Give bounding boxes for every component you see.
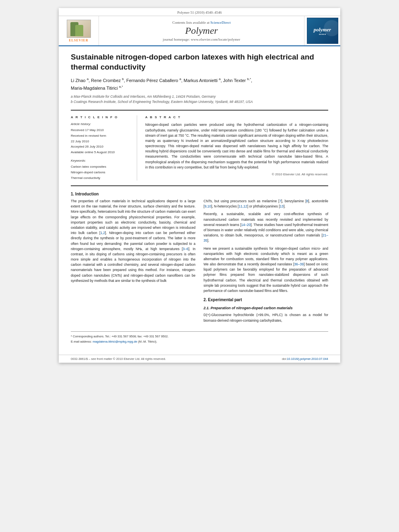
content-area: Sustainable nitrogen-doped carbon latexe… bbox=[59, 46, 340, 351]
footer-bar: 0032-3861/$ – see front matter © 2010 El… bbox=[59, 355, 340, 363]
doi-link[interactable]: 10.1016/j.polymer.2010.07.044 bbox=[287, 357, 328, 361]
body-para-1: The properties of carbon materials in te… bbox=[71, 199, 195, 283]
received-revised-date: 22 July 2010 bbox=[71, 139, 131, 144]
journal-title: Polymer bbox=[185, 25, 218, 36]
divider-thick bbox=[71, 110, 328, 111]
elsevier-graphic bbox=[67, 20, 91, 38]
journal-homepage: journal homepage: www.elsevier.com/locat… bbox=[163, 37, 240, 41]
section2-heading: 2. Experimental part bbox=[204, 297, 328, 303]
sciencedirect-anchor[interactable]: ScienceDirect bbox=[210, 21, 230, 25]
ref-8[interactable]: 14–20 bbox=[241, 223, 251, 227]
body-two-col: The properties of carbon materials in te… bbox=[71, 199, 328, 326]
body-para-4: Here we present a sustainable synthesis … bbox=[204, 246, 328, 294]
ref-6[interactable]: 11,12 bbox=[239, 204, 247, 208]
accepted-date: Accepted 26 July 2010 bbox=[71, 144, 131, 150]
elsevier-logo: ELSEVIER bbox=[67, 20, 91, 42]
article-title: Sustainable nitrogen-doped carbon latexe… bbox=[71, 52, 328, 72]
article-info-label: A R T I C L E I N F O bbox=[71, 115, 131, 119]
keyword-2: Nitrogen-doped carbons bbox=[71, 170, 131, 175]
footnotes: * Corresponding authors. Tel.: +49 331 5… bbox=[71, 331, 328, 344]
header-top: Polymer 51 (2010) 4540–4546 bbox=[59, 8, 340, 16]
elsevier-logo-container: ELSEVIER bbox=[59, 16, 99, 45]
page: Polymer 51 (2010) 4540–4546 ELSEVIER Con… bbox=[59, 8, 340, 363]
sciencedirect-link: Contents lists available at ScienceDirec… bbox=[173, 21, 231, 25]
abstract-column: A B S T R A C T Nitrogen-doped carbon pa… bbox=[145, 115, 328, 181]
body-col-1: The properties of carbon materials in te… bbox=[71, 199, 195, 326]
polymer-logo-container: polymer ●●●●● bbox=[304, 16, 340, 45]
ref-1[interactable]: 1,2 bbox=[100, 231, 105, 235]
affiliation-a: a Max-Planck Institute for Colloids and … bbox=[71, 94, 328, 99]
email-link[interactable]: magdalena.titirici@mpikg.mpg.de bbox=[93, 340, 137, 343]
body-para-5: D(+)-Glucosamine hydrochloride (>99.0%, … bbox=[204, 312, 328, 323]
divider-body bbox=[71, 185, 328, 186]
body-para-2: CNTs, but using precursors such as melam… bbox=[204, 199, 328, 209]
abstract-label: A B S T R A C T bbox=[145, 115, 328, 119]
footer-issn: 0032-3861/$ – see front matter © 2010 El… bbox=[71, 357, 166, 361]
received-revised-label: Received in revised form bbox=[71, 133, 131, 139]
polymer-logo: polymer ●●●●● bbox=[307, 18, 338, 44]
footnote-corresponding: * Corresponding authors. Tel.: +49 331 5… bbox=[71, 334, 328, 339]
journal-ref: Polymer 51 (2010) 4540–4546 bbox=[177, 10, 222, 14]
history-label: Article history: bbox=[71, 122, 131, 126]
ref-4[interactable]: 8 bbox=[306, 199, 309, 203]
footnote-email: E-mail address: magdalena.titirici@mpikg… bbox=[71, 339, 328, 344]
received-date: Received 17 May 2010 bbox=[71, 127, 131, 133]
ref-5[interactable]: 9,10 bbox=[204, 204, 211, 208]
ref-2[interactable]: 3–6 bbox=[183, 247, 188, 251]
affiliations: a Max-Planck Institute for Colloids and … bbox=[71, 94, 328, 105]
article-info-abstract: A R T I C L E I N F O Article history: R… bbox=[71, 115, 328, 181]
body-content: 1. Introduction The properties of carbon… bbox=[71, 192, 328, 326]
elsevier-name: ELSEVIER bbox=[69, 39, 88, 42]
ref-9[interactable]: 21–35 bbox=[204, 233, 328, 242]
body-para-3: Recently, a sustainable, scalable and ve… bbox=[204, 212, 328, 243]
article-info-column: A R T I C L E I N F O Article history: R… bbox=[71, 115, 137, 181]
abstract-text: Nitrogen-doped carbon particles were pro… bbox=[145, 122, 328, 170]
authors: Li Zhao a, Rene Crombez b, Fernando Pére… bbox=[71, 77, 328, 92]
header-center: Contents lists available at ScienceDirec… bbox=[99, 16, 304, 45]
keywords-label: Keywords: bbox=[71, 159, 131, 162]
ref-10[interactable]: 36–39 bbox=[294, 262, 304, 266]
body-col-2: CNTs, but using precursors such as melam… bbox=[204, 199, 328, 326]
section2-1-heading: 2.1. Preparation of nitrogen-doped carbo… bbox=[204, 306, 328, 311]
keyword-1: Carbon latex composites bbox=[71, 164, 131, 170]
affiliation-b: b Coatings Research Institute, School of… bbox=[71, 99, 328, 105]
ref-3[interactable]: 7 bbox=[279, 199, 281, 203]
header-band: ELSEVIER Contents lists available at Sci… bbox=[59, 16, 340, 46]
available-date: Available online 5 August 2010 bbox=[71, 150, 131, 155]
ref-7[interactable]: 13 bbox=[280, 204, 284, 208]
footer-doi: doi:10.1016/j.polymer.2010.07.044 bbox=[282, 357, 328, 361]
section1-heading: 1. Introduction bbox=[71, 192, 328, 196]
copyright: © 2010 Elsevier Ltd. All rights reserved… bbox=[145, 173, 328, 176]
keyword-3: Thermal conductivity bbox=[71, 175, 131, 181]
